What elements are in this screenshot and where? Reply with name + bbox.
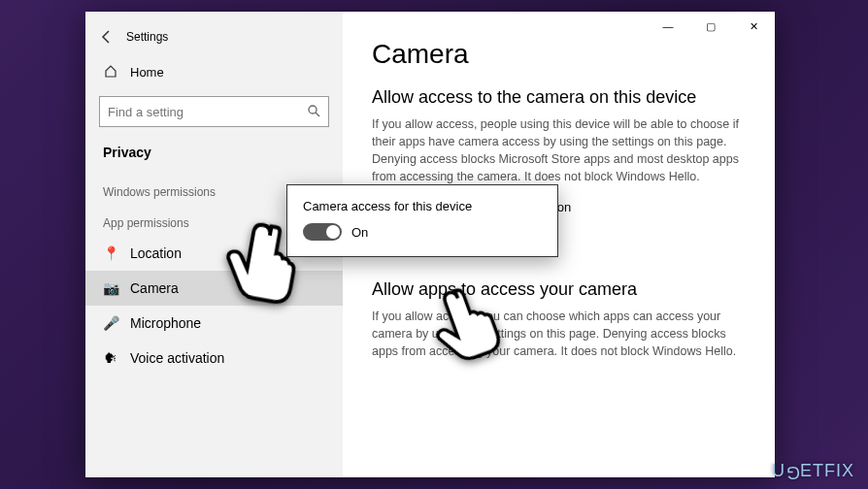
camera-icon: 📷 bbox=[103, 280, 118, 296]
page-title: Camera bbox=[372, 39, 746, 70]
sidebar-item-label: Voice activation bbox=[130, 350, 224, 366]
search-input[interactable] bbox=[108, 105, 307, 119]
svg-point-0 bbox=[309, 106, 317, 114]
camera-access-toggle[interactable] bbox=[303, 223, 342, 241]
section-allow-apps: Allow apps to access your camera If you … bbox=[372, 279, 746, 360]
home-icon bbox=[103, 64, 118, 81]
section-allow-apps-title: Allow apps to access your camera bbox=[372, 279, 746, 300]
toggle-state-label: On bbox=[351, 225, 368, 240]
sidebar-item-voice-activation[interactable]: 🗣 Voice activation bbox=[85, 341, 343, 375]
voice-icon: 🗣 bbox=[103, 350, 118, 366]
sidebar-item-camera[interactable]: 📷 Camera bbox=[85, 271, 343, 306]
maximize-button[interactable]: ▢ bbox=[689, 12, 732, 41]
close-button[interactable]: ✕ bbox=[732, 12, 775, 41]
location-icon: 📍 bbox=[103, 245, 118, 261]
section-privacy: Privacy bbox=[85, 139, 343, 174]
minimize-button[interactable]: — bbox=[647, 12, 689, 41]
search-icon bbox=[307, 104, 320, 120]
toggle-knob bbox=[326, 225, 340, 239]
sidebar-item-label: Location bbox=[130, 245, 182, 261]
sidebar-item-label: Microphone bbox=[130, 315, 201, 331]
svg-line-1 bbox=[316, 113, 319, 116]
app-title: Settings bbox=[126, 30, 168, 44]
watermark: UGETFIX bbox=[772, 461, 854, 481]
section-allow-device-access-title: Allow access to the camera on this devic… bbox=[372, 87, 746, 108]
toggle-row: On bbox=[303, 223, 542, 241]
back-button[interactable] bbox=[93, 23, 120, 50]
popup-title: Camera access for this device bbox=[303, 199, 542, 213]
camera-access-popup: Camera access for this device On bbox=[286, 184, 558, 257]
sidebar-item-label: Camera bbox=[130, 280, 179, 296]
home-nav[interactable]: Home bbox=[85, 56, 343, 88]
home-label: Home bbox=[130, 65, 164, 80]
window-controls: — ▢ ✕ bbox=[647, 12, 775, 41]
section-allow-device-access-body: If you allow access, people using this d… bbox=[372, 115, 746, 186]
sidebar-item-microphone[interactable]: 🎤 Microphone bbox=[85, 306, 343, 341]
search-box[interactable] bbox=[99, 96, 329, 127]
section-allow-apps-body: If you allow access, you can choose whic… bbox=[372, 308, 746, 360]
titlebar: Settings bbox=[85, 19, 343, 56]
microphone-icon: 🎤 bbox=[103, 315, 118, 331]
